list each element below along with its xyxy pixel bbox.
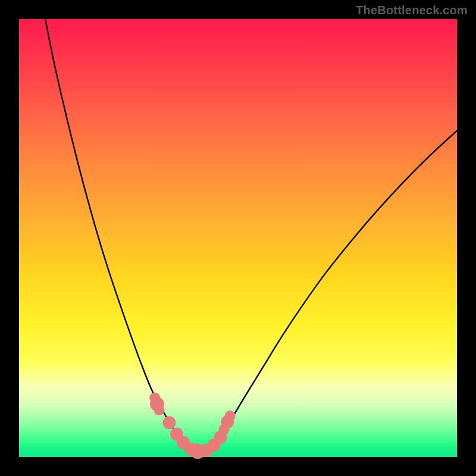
watermark-label: TheBottleneck.com [356, 4, 468, 17]
chart-stage: TheBottleneck.com [0, 0, 476, 476]
marker-dot [162, 416, 176, 430]
marker-group [149, 393, 236, 459]
chart-svg [19, 19, 457, 457]
marker-dot [225, 411, 236, 421]
plot-area [19, 19, 457, 457]
marker-dot [154, 405, 165, 415]
right-curve [207, 131, 457, 453]
left-curve [45, 19, 199, 453]
